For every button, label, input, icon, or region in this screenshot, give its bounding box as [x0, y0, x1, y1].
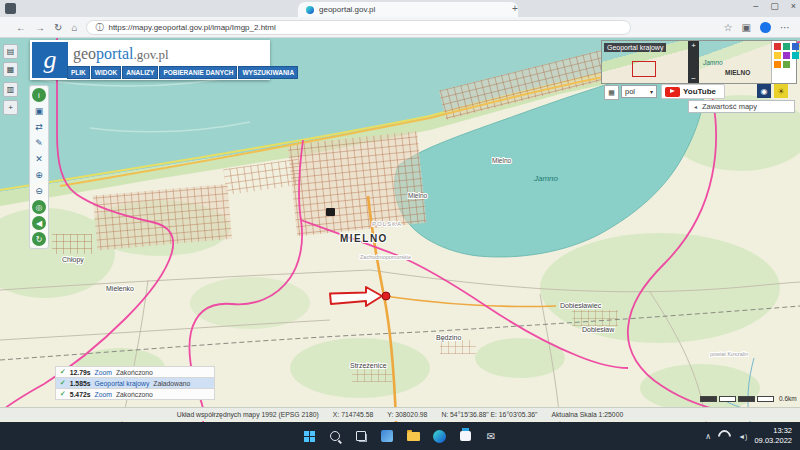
message-time: 1.585s [70, 380, 91, 387]
message-action: Geoportal krajowy [95, 380, 150, 387]
legend-panel-icon[interactable]: ▥ [3, 82, 18, 97]
overview-zoom-out-icon[interactable]: − [691, 74, 696, 83]
clock[interactable]: 13:32 09.03.2022 [754, 426, 792, 446]
taskbar-time: 13:32 [754, 426, 792, 436]
menu-analizy[interactable]: ANALIZY [122, 66, 158, 79]
map-label-wojewodztwo: Zachodniopomorskie [360, 254, 411, 260]
geoportal-header: g geoportal.gov.pl PLIK WIDOK ANALIZY PO… [30, 40, 270, 80]
map-label-bedzino: Będzino [436, 334, 461, 342]
map-label-chlopy: Chłopy [62, 256, 84, 264]
maximize-button[interactable]: ▢ [770, 1, 779, 11]
coordinate-status-bar: Układ współrzędnych mapy 1992 (EPSG 2180… [0, 407, 800, 421]
message-status: Zakończono [116, 391, 153, 398]
overview-label: Geoportal krajowy [604, 43, 666, 52]
widgets-icon [381, 430, 393, 442]
full-extent-icon[interactable]: ◎ [32, 200, 46, 214]
file-explorer-button[interactable] [405, 428, 422, 445]
new-tab-button[interactable]: + [512, 3, 518, 14]
sidebar-toggle-icon[interactable]: ▤ [3, 44, 18, 59]
pan-tool-icon[interactable]: ⇄ [32, 120, 46, 134]
widgets-button[interactable] [379, 428, 396, 445]
home-icon[interactable]: ⌂ [71, 22, 77, 33]
search-button[interactable] [327, 428, 344, 445]
desktop: geoportal.gov.pl + – ▢ × ← → ↻ ⌂ ⓘ https… [0, 0, 800, 450]
store-button[interactable] [457, 428, 474, 445]
mail-icon: ✉ [487, 431, 495, 442]
basemap-icon[interactable]: ▦ [604, 85, 619, 100]
brand-geo: geo [73, 45, 96, 62]
back-icon[interactable]: ← [16, 22, 26, 33]
edge-button[interactable] [431, 428, 448, 445]
map-content-panel[interactable]: ◄ Zawartość mapy [688, 100, 795, 113]
minimize-button[interactable]: – [753, 1, 758, 11]
start-button[interactable] [301, 428, 318, 445]
measure-tool-icon[interactable]: ✎ [32, 136, 46, 150]
crs-label: Układ współrzędnych mapy 1992 (EPSG 2180… [177, 411, 319, 418]
tab-favicon-icon [306, 6, 314, 14]
map-label-mielno-a: Mielno [408, 192, 428, 199]
more-menu-icon[interactable]: ⋯ [780, 22, 790, 33]
workspace-icon[interactable] [5, 3, 16, 14]
add-layer-icon[interactable]: + [3, 100, 18, 115]
scale-bar: 0.6km [700, 395, 797, 402]
volume-icon[interactable]: ◄) [738, 433, 747, 440]
favorite-star-icon[interactable]: ☆ [724, 22, 733, 33]
collections-icon[interactable]: ▣ [742, 22, 751, 33]
select-window-icon[interactable]: ▣ [32, 104, 46, 118]
address-bar[interactable]: ⓘ https://mapy.geoportal.gov.pl/imap/Img… [86, 20, 631, 35]
overview-panel: Geoportal krajowy + − Jamno MIELNO [601, 40, 797, 84]
coord-geo: N: 54°15'36.88" E: 16°03'05.36" [441, 411, 537, 418]
coord-y: Y: 308020.98 [387, 411, 427, 418]
wifi-icon[interactable] [715, 427, 733, 445]
scale-value: Aktualna Skala 1:25000 [551, 411, 623, 418]
overview-mielno-label: MIELNO [725, 69, 750, 76]
erase-tool-icon[interactable]: ✕ [32, 152, 46, 166]
mail-button[interactable]: ✉ [483, 428, 500, 445]
menu-plik[interactable]: PLIK [67, 66, 90, 79]
browser-tab[interactable]: geoportal.gov.pl [298, 2, 518, 17]
map-label-dobieslaw: Dobiesław [582, 326, 615, 333]
contrast-icon[interactable]: ☀ [774, 84, 788, 98]
language-select[interactable]: pol ▾ [621, 85, 657, 98]
previous-view-icon[interactable]: ◀ [32, 216, 46, 230]
map-label-powiat: powiat Koszalin [710, 351, 748, 357]
forward-icon[interactable]: → [35, 22, 45, 33]
overview-detail-map[interactable]: Jamno MIELNO [699, 41, 771, 83]
location-marker[interactable] [382, 292, 390, 300]
refresh-icon[interactable]: ↻ [54, 22, 62, 33]
menu-widok[interactable]: WIDOK [91, 66, 121, 79]
profile-avatar[interactable] [760, 22, 771, 33]
overview-viewport-box[interactable] [632, 61, 656, 77]
brand-portal: portal [96, 45, 133, 62]
map-label-strzezenice: Strzeżenice [350, 362, 387, 369]
message-status: Załadowano [153, 380, 190, 387]
overview-zoom-strip: + − [688, 41, 699, 83]
info-tool-icon[interactable]: i [32, 88, 46, 102]
geoportal-logo[interactable]: g [32, 42, 68, 78]
layers-panel-icon[interactable]: ▦ [3, 62, 18, 77]
search-icon [330, 431, 340, 441]
coord-x: X: 714745.58 [333, 411, 373, 418]
page-content: MIELNO Mielno Mielno Jamno Mielenko Chło… [0, 38, 800, 422]
menu-wyszukiwania[interactable]: WYSZUKIWANIA [238, 66, 298, 79]
youtube-button[interactable]: YouTube [661, 84, 725, 99]
overview-zoom-in-icon[interactable]: + [691, 41, 696, 50]
task-view-button[interactable] [353, 428, 370, 445]
url-text: https://mapy.geoportal.gov.pl/imap/Imgp_… [108, 23, 275, 32]
message-row[interactable]: ✓ 5.472s Zoom Zakończono [55, 388, 215, 400]
tray-chevron-icon[interactable]: ∧ [705, 432, 711, 441]
system-tray: ∧ ◄) 13:32 09.03.2022 [705, 422, 792, 450]
visibility-icon[interactable]: ◉ [757, 84, 771, 98]
loading-messages: ✓ 12.79s Zoom Zakończono ✓ 1.585s Geopor… [55, 367, 215, 400]
refresh-map-icon[interactable]: ↻ [32, 232, 46, 246]
menu-pobieranie-danych[interactable]: POBIERANIE DANYCH [159, 66, 237, 79]
close-button[interactable]: × [791, 1, 796, 11]
site-info-icon[interactable]: ⓘ [95, 22, 103, 33]
zoom-out-icon[interactable]: ⊖ [32, 184, 46, 198]
brand-suffix: .gov.pl [133, 47, 168, 62]
map-label-mielenko: Mielenko [106, 285, 134, 292]
check-icon: ✓ [60, 368, 66, 376]
zoom-in-icon[interactable]: ⊕ [32, 168, 46, 182]
overview-jamno-label: Jamno [703, 59, 723, 66]
map-label-mielno: MIELNO [340, 233, 388, 244]
